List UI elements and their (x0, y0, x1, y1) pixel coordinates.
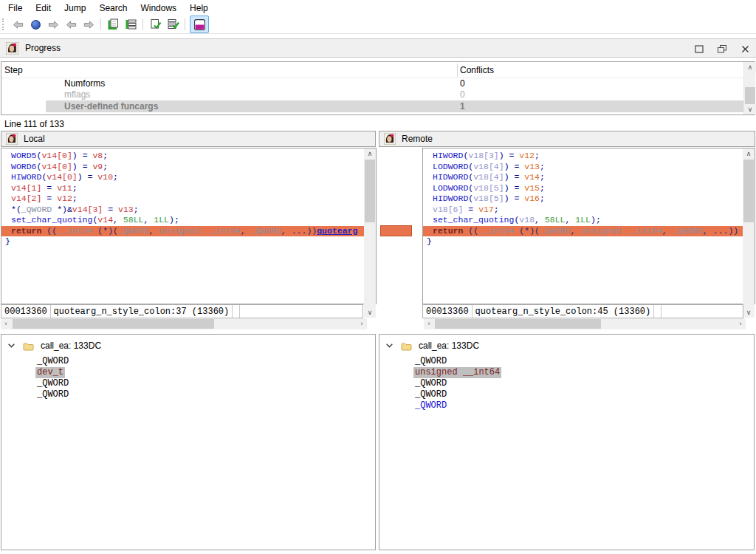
column-step: Step (4, 65, 23, 75)
code-line[interactable]: } (423, 236, 755, 247)
menu-item-windows[interactable]: Windows (134, 1, 183, 16)
scroll-left-icon[interactable]: ‹ (424, 318, 434, 329)
progress-title: Progress (25, 43, 61, 53)
close-icon[interactable] (740, 44, 750, 54)
code-line[interactable]: *(_QWORD *)&v14[3] = v13; (1, 205, 376, 216)
code-line[interactable]: v18[6] = v17; (423, 205, 755, 216)
status-cell: quotearg_n_style_colon:37 (13360) (51, 305, 233, 318)
scroll-right-icon[interactable]: › (735, 318, 746, 329)
local-status-bar: 00013360quotearg_n_style_colon:37 (13360… (1, 304, 363, 318)
remote-horizontal-scrollbar[interactable]: ‹ › (424, 318, 746, 329)
progress-row[interactable]: User-defined funcargs1 (1, 100, 755, 112)
code-line[interactable]: WORD6(v14[0]) = v9; (1, 162, 376, 173)
tree-root-row[interactable]: call_ea: 133DC (379, 335, 754, 351)
code-line[interactable]: HIWORD(v14[0]) = v10; (1, 172, 376, 183)
toolbar-separator (185, 18, 185, 30)
menu-item-search[interactable]: Search (92, 1, 134, 16)
merge-window-icon[interactable] (192, 17, 207, 32)
scroll-down-icon[interactable]: ∨ (364, 307, 376, 318)
menu-item-help[interactable]: Help (183, 1, 215, 16)
local-vertical-scrollbar[interactable]: ∧ ∨ (364, 148, 376, 318)
ida-logo-icon (6, 133, 18, 145)
scrollbar-thumb[interactable] (745, 87, 755, 104)
scrollbar-thumb[interactable] (435, 319, 601, 329)
jump-prev-icon[interactable] (63, 16, 79, 33)
document-check-icon[interactable] (147, 16, 163, 33)
status-cell (654, 305, 662, 318)
code-line[interactable]: LODWORD(v18[4]) = v13; (423, 162, 755, 173)
remote-args-panel: call_ea: 133DC _QWORDunsigned __int64_QW… (379, 334, 755, 550)
scrollbar-thumb[interactable] (743, 160, 754, 222)
progress-row[interactable]: mflags0 (1, 89, 755, 100)
progress-row[interactable]: Numforms0 (1, 78, 755, 89)
code-line[interactable]: v14[1] = v11; (1, 183, 376, 194)
tree-item[interactable]: _QWORD (413, 400, 448, 411)
code-line[interactable]: } (1, 236, 376, 247)
folder-icon (23, 341, 34, 351)
jump-next-icon[interactable] (80, 16, 97, 33)
status-cell: 00013360 (1, 305, 51, 318)
remote-pane-title: Remote (402, 134, 433, 144)
nav-back-icon[interactable] (10, 16, 26, 33)
scroll-left-icon[interactable]: ‹ (1, 318, 11, 329)
chevron-down-icon[interactable] (385, 343, 394, 349)
remote-vertical-scrollbar[interactable]: ∧ ∨ (743, 148, 755, 318)
maximize-icon[interactable] (694, 44, 704, 54)
tree-item[interactable]: _QWORD (413, 389, 448, 400)
float-window-icon[interactable] (717, 44, 727, 54)
menu-bar: FileEditJumpSearchWindowsHelp (0, 0, 756, 16)
scroll-up-icon[interactable]: ∧ (744, 62, 756, 72)
progress-scrollbar[interactable]: ∧ ∨ (743, 62, 755, 114)
code-line[interactable]: set_char_quoting(v14, 58LL, 1LL); (1, 215, 376, 226)
local-tree-items: _QWORDdev_t_QWORD_QWORD (35, 356, 375, 400)
scroll-right-icon[interactable]: › (357, 318, 367, 329)
tree-item[interactable]: _QWORD (413, 356, 448, 367)
tree-item[interactable]: _QWORD (35, 356, 70, 367)
scrollbar-thumb[interactable] (13, 319, 214, 329)
code-line[interactable]: LODWORD(v18[5]) = v15; (423, 183, 755, 194)
document-stack-check-icon[interactable] (165, 16, 181, 33)
code-line[interactable]: v14[2] = v12; (1, 194, 376, 205)
tree-item[interactable]: _QWORD (413, 378, 448, 389)
scrollbar-thumb[interactable] (365, 160, 375, 222)
tree-item[interactable]: unsigned __int64 (413, 367, 501, 378)
local-args-panel: call_ea: 133DC _QWORDdev_t_QWORD_QWORD (1, 334, 376, 550)
current-address-icon[interactable] (27, 16, 44, 33)
nav-forward-icon[interactable] (45, 16, 61, 33)
code-line[interactable]: HIDWORD(v18[5]) = v16; (423, 194, 755, 205)
remote-tree-root-label[interactable]: call_ea: 133DC (419, 341, 479, 351)
chevron-down-icon[interactable] (7, 343, 16, 349)
code-line[interactable]: set_char_quoting(v18, 58LL, 1LL); (423, 215, 755, 226)
status-cell (233, 305, 240, 318)
local-pane-header: Local (1, 131, 376, 147)
document-icon[interactable] (105, 16, 121, 33)
scroll-down-icon[interactable]: ∨ (744, 104, 756, 114)
ida-logo-icon (384, 133, 396, 145)
local-horizontal-scrollbar[interactable]: ‹ › (1, 318, 367, 329)
menu-item-file[interactable]: File (1, 1, 29, 16)
local-tree-root-label[interactable]: call_ea: 133DC (41, 341, 101, 351)
document-stack-icon[interactable] (123, 16, 139, 33)
tree-root-row[interactable]: call_ea: 133DC (1, 335, 375, 351)
tree-item[interactable]: _QWORD (35, 389, 70, 400)
code-line[interactable]: WORD5(v14[0]) = v8; (1, 151, 376, 162)
code-line[interactable]: HIDWORD(v18[4]) = v14; (423, 172, 755, 183)
tree-item[interactable]: _QWORD (35, 378, 70, 389)
status-cell (662, 305, 743, 318)
scroll-up-icon[interactable]: ∧ (743, 148, 755, 159)
remote-tree-items: _QWORDunsigned __int64_QWORD_QWORD_QWORD (413, 356, 754, 411)
progress-rows: Numforms0mflags0User-defined funcargs1 (1, 78, 755, 112)
line-indicator: Line 111 of 133 (4, 119, 64, 129)
toolbar-drag-handle[interactable] (2, 18, 6, 30)
scroll-down-icon[interactable]: ∨ (743, 307, 755, 318)
menu-item-edit[interactable]: Edit (29, 1, 58, 16)
diff-marker (380, 225, 412, 236)
progress-table-header: Step Conflicts (1, 62, 755, 78)
code-line[interactable]: HIWORD(v18[3]) = v12; (423, 151, 755, 162)
menu-item-jump[interactable]: Jump (58, 1, 92, 16)
tree-item[interactable]: dev_t (35, 367, 65, 378)
scroll-up-icon[interactable]: ∧ (364, 148, 376, 159)
status-cell (240, 305, 362, 318)
code-line[interactable]: return ((__int64 (*)(_QWORD, unsigned __… (1, 226, 376, 237)
code-line[interactable]: return ((__int64 (*)(_QWORD, unsigned __… (423, 226, 755, 237)
